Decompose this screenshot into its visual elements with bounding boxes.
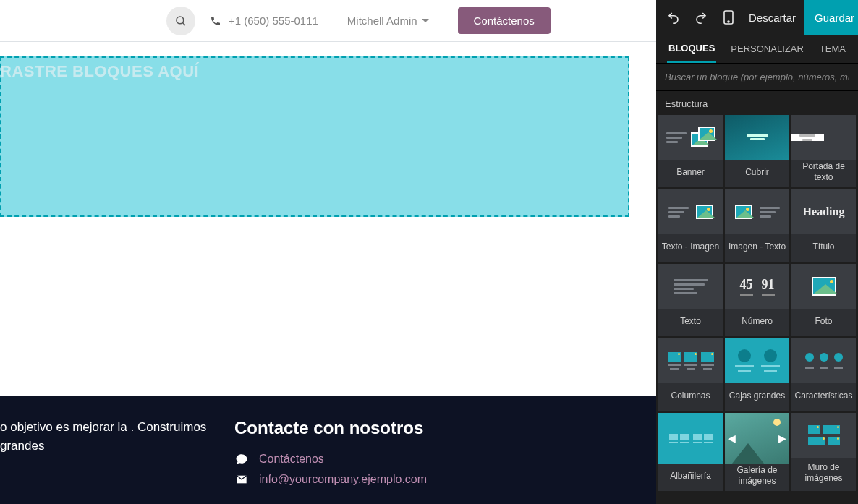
footer-contact-link[interactable]: Contáctenos <box>259 453 324 466</box>
block-label: Características <box>793 383 854 411</box>
num-2: 91 <box>762 277 775 296</box>
svg-point-3 <box>728 21 729 22</box>
footer-contact-link-row: Contáctenos <box>234 453 427 466</box>
user-name: Mitchell Admin <box>347 14 417 27</box>
heading-thumb-text: Heading <box>803 205 845 218</box>
block-cover[interactable]: Cubrir <box>725 115 789 187</box>
footer-about: o objetivo es mejorar la . Construimos g… <box>0 418 234 504</box>
block-label: Galería de imágenes <box>725 464 789 491</box>
envelope-icon <box>234 474 249 485</box>
sidebar-tabs: BLOQUES PERSONALIZAR TEMA <box>656 35 858 64</box>
block-number[interactable]: 4591 Número <box>725 264 789 336</box>
phone-number: +1 (650) 555-0111 <box>229 14 318 27</box>
block-search <box>656 64 858 91</box>
search-icon <box>174 14 187 27</box>
undo-button[interactable] <box>666 10 681 25</box>
block-text[interactable]: Texto <box>658 264 723 336</box>
svg-point-0 <box>177 17 184 24</box>
block-label: Número <box>740 309 774 336</box>
undo-icon <box>667 11 680 24</box>
block-label: Texto - Imagen <box>661 234 721 262</box>
redo-button[interactable] <box>694 10 708 25</box>
block-label: Banner <box>675 160 706 187</box>
editor-sidebar: Descartar Guardar BLOQUES PERSONALIZAR T… <box>656 0 858 504</box>
save-button[interactable]: Guardar <box>804 0 858 35</box>
footer: o objetivo es mejorar la . Construimos g… <box>0 396 656 504</box>
block-label: Cubrir <box>744 160 770 187</box>
tab-theme[interactable]: TEMA <box>818 36 847 61</box>
block-image-wall[interactable]: Muro de imágenes <box>791 413 856 491</box>
block-label: Texto <box>679 309 702 336</box>
block-photo[interactable]: Foto <box>791 264 856 336</box>
footer-about-text: o objetivo es mejorar la . Construimos g… <box>0 418 234 455</box>
block-label: Columnas <box>669 383 711 411</box>
sidebar-top: Descartar Guardar <box>656 0 858 35</box>
block-columns[interactable]: Columnas <box>658 338 723 411</box>
footer-email-link[interactable]: info@yourcompany.ejemplo.com <box>259 473 427 486</box>
drop-zone[interactable] <box>0 56 629 217</box>
block-label: Albañilería <box>668 464 713 491</box>
block-label: Título <box>811 234 836 262</box>
chevron-right-icon: ▶ <box>778 432 786 444</box>
block-label: Foto <box>813 309 833 336</box>
block-image-gallery[interactable]: ◀▶ Galería de imágenes <box>725 413 789 491</box>
discard-button[interactable]: Descartar <box>740 0 804 35</box>
footer-email-row: info@yourcompany.ejemplo.com <box>234 473 427 486</box>
svg-line-1 <box>182 22 185 25</box>
blocks-grid: Banner Cubrir Portada de texto Texto - I… <box>656 115 858 493</box>
block-masonry[interactable]: Albañilería <box>658 413 723 491</box>
mobile-icon <box>723 10 734 25</box>
block-label: Imagen - Texto <box>727 234 787 262</box>
tab-customize[interactable]: PERSONALIZAR <box>729 36 804 61</box>
contact-button[interactable]: Contáctenos <box>458 7 551 34</box>
section-structure-title: Estructura <box>656 91 858 115</box>
block-label: Portada de texto <box>791 160 856 187</box>
chevron-left-icon: ◀ <box>728 432 736 444</box>
caret-down-icon <box>422 17 429 25</box>
search-button[interactable] <box>166 7 195 35</box>
block-big-boxes[interactable]: Cajas grandes <box>725 338 789 411</box>
phone: +1 (650) 555-0111 <box>210 14 318 27</box>
block-search-input[interactable] <box>665 72 849 82</box>
num-1: 45 <box>740 277 753 296</box>
user-menu[interactable]: Mitchell Admin <box>347 14 429 27</box>
tab-blocks[interactable]: BLOQUES <box>667 35 716 63</box>
block-banner[interactable]: Banner <box>658 115 723 187</box>
speech-icon <box>234 453 249 466</box>
block-image-text[interactable]: Imagen - Texto <box>725 189 789 262</box>
block-title[interactable]: Heading Título <box>791 189 856 262</box>
redo-icon <box>695 11 708 24</box>
block-text-image[interactable]: Texto - Imagen <box>658 189 723 262</box>
topbar: +1 (650) 555-0111 Mitchell Admin Contáct… <box>0 0 656 42</box>
mobile-preview-button[interactable] <box>721 10 736 25</box>
block-text-cover[interactable]: Portada de texto <box>791 115 856 187</box>
block-label: Muro de imágenes <box>791 458 856 491</box>
block-features[interactable]: Características <box>791 338 856 411</box>
phone-icon <box>210 15 221 27</box>
footer-contact-heading: Contacte con nosotros <box>234 418 427 438</box>
block-label: Cajas grandes <box>728 383 786 411</box>
footer-contact-col: Contacte con nosotros Contáctenos info@y… <box>234 418 427 504</box>
